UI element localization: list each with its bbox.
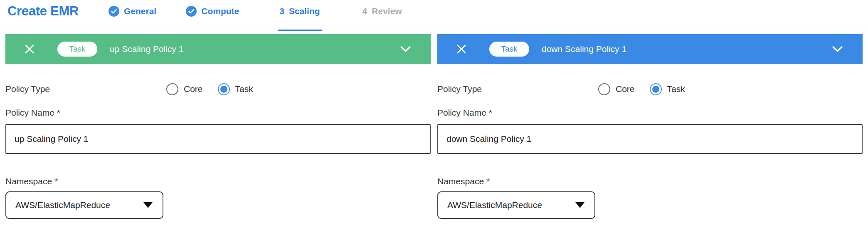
radio-task[interactable] bbox=[218, 83, 230, 95]
policy-type-badge: Task bbox=[489, 42, 529, 57]
namespace-label: Namespace * bbox=[437, 176, 863, 186]
step-general[interactable]: General bbox=[108, 6, 156, 17]
step-check-icon bbox=[186, 6, 197, 17]
step-number: 4 bbox=[362, 6, 367, 16]
radio-core-label: Core bbox=[616, 84, 635, 94]
policy-type-label: Policy Type bbox=[437, 84, 598, 94]
policy-type-row: Policy Type Core Task bbox=[437, 83, 863, 95]
step-number: 3 bbox=[279, 6, 284, 16]
policy-name-input[interactable] bbox=[437, 124, 863, 154]
namespace-select[interactable]: AWS/ElasticMapReduce bbox=[437, 191, 595, 219]
radio-core-label: Core bbox=[184, 84, 203, 94]
step-label: Scaling bbox=[289, 6, 320, 16]
close-icon[interactable] bbox=[24, 44, 35, 55]
scale-up-policy-panel: Task up Scaling Policy 1 Policy Type Cor… bbox=[5, 34, 431, 219]
chevron-down-icon[interactable] bbox=[400, 46, 411, 53]
radio-option-task[interactable]: Task bbox=[218, 83, 253, 95]
radio-task[interactable] bbox=[650, 83, 662, 95]
step-label: Review bbox=[372, 6, 402, 16]
policy-type-label: Policy Type bbox=[5, 84, 166, 94]
policy-type-badge: Task bbox=[57, 42, 97, 57]
policy-type-radio-group: Core Task bbox=[166, 83, 253, 95]
radio-core[interactable] bbox=[598, 83, 610, 95]
namespace-selected-value: AWS/ElasticMapReduce bbox=[447, 200, 542, 210]
namespace-select[interactable]: AWS/ElasticMapReduce bbox=[5, 191, 163, 219]
dropdown-caret-icon bbox=[143, 202, 153, 208]
namespace-selected-value: AWS/ElasticMapReduce bbox=[15, 200, 110, 210]
policy-bar-title: down Scaling Policy 1 bbox=[542, 44, 626, 54]
radio-task-label: Task bbox=[235, 84, 253, 94]
radio-option-task[interactable]: Task bbox=[650, 83, 685, 95]
radio-option-core[interactable]: Core bbox=[598, 83, 635, 95]
policy-name-label: Policy Name * bbox=[5, 108, 431, 118]
page-title: Create EMR bbox=[7, 4, 79, 18]
dropdown-caret-icon bbox=[575, 202, 584, 208]
radio-option-core[interactable]: Core bbox=[166, 83, 203, 95]
step-scaling[interactable]: 3 Scaling bbox=[279, 6, 320, 16]
policy-bar-title: up Scaling Policy 1 bbox=[110, 44, 183, 54]
namespace-label: Namespace * bbox=[5, 176, 431, 186]
scale-down-policy-panel: Task down Scaling Policy 1 Policy Type C… bbox=[437, 34, 863, 219]
wizard-header: Create EMR General Compute 3 Scaling 4 R… bbox=[0, 0, 868, 30]
scale-up-policy-header-bar[interactable]: Task up Scaling Policy 1 bbox=[5, 34, 431, 64]
policy-type-radio-group: Core Task bbox=[598, 83, 685, 95]
scaling-policies: Task up Scaling Policy 1 Policy Type Cor… bbox=[0, 30, 868, 219]
scale-down-policy-header-bar[interactable]: Task down Scaling Policy 1 bbox=[437, 34, 863, 64]
step-label: General bbox=[124, 6, 156, 16]
policy-type-row: Policy Type Core Task bbox=[5, 83, 431, 95]
policy-name-label: Policy Name * bbox=[437, 108, 863, 118]
chevron-down-icon[interactable] bbox=[832, 46, 843, 53]
close-icon[interactable] bbox=[456, 44, 467, 55]
step-compute[interactable]: Compute bbox=[186, 6, 239, 17]
policy-name-input[interactable] bbox=[5, 124, 431, 154]
wizard-steps: General Compute 3 Scaling 4 Review bbox=[108, 4, 402, 18]
radio-task-label: Task bbox=[667, 84, 685, 94]
step-label: Compute bbox=[201, 6, 239, 16]
step-check-icon bbox=[108, 6, 119, 17]
radio-core[interactable] bbox=[166, 83, 178, 95]
step-review[interactable]: 4 Review bbox=[362, 6, 402, 16]
